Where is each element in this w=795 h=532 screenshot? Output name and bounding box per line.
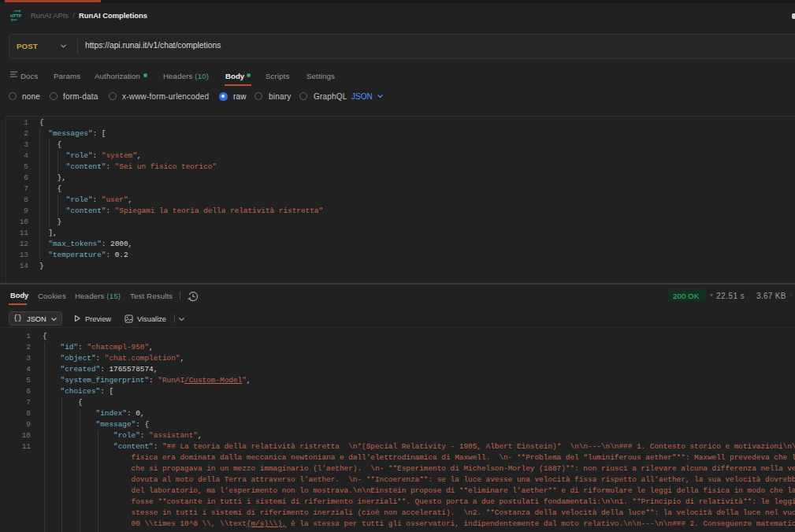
svg-text:HTTP: HTTP: [10, 13, 21, 17]
